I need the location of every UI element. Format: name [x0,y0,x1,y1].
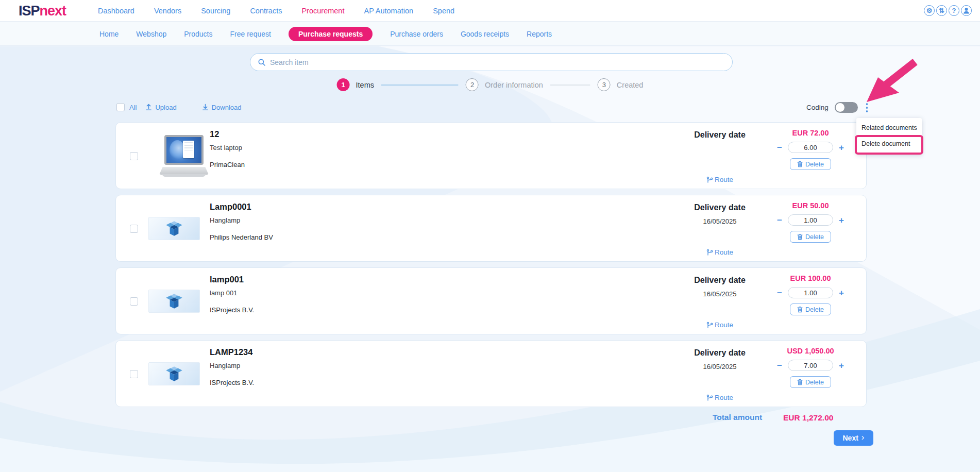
route-label: Route [715,321,733,329]
purchase-item-card: 12 Test laptop PrimaClean Delivery date … [115,122,867,189]
step-items[interactable]: 1 Items [337,78,374,91]
product-title: LAMP1234 [210,347,252,357]
subnav-home[interactable]: Home [99,30,119,38]
item-checkbox[interactable] [130,225,138,233]
product-supplier: Philips Nederland BV [210,233,273,241]
item-checkbox[interactable] [130,370,138,378]
product-supplier: PrimaClean [210,161,245,168]
stepper: 1 Items 2 Order information 3 Created [337,78,644,91]
stepper-connector-1 [381,85,459,86]
menu-item-related-documents[interactable]: Related documents [856,120,922,136]
nav-contracts[interactable]: Contracts [250,7,282,15]
item-price: USD 1,050.00 [764,347,857,355]
route-link[interactable]: Route [699,394,740,401]
step-created[interactable]: 3 Created [598,78,644,91]
step-order-information[interactable]: 2 Order information [466,78,543,91]
nav-dashboard[interactable]: Dashboard [98,7,134,15]
subnav-purchase-orders[interactable]: Purchase orders [390,30,443,38]
quantity-stepper: − + [764,142,857,153]
purchase-item-card: Lamp0001 Hanglamp Philips Nederland BV D… [115,195,867,262]
coding-controls: Coding [806,102,870,113]
total-amount-label: Total amount [699,413,776,422]
search-input[interactable] [270,58,725,66]
user-icon[interactable] [961,5,972,16]
nav-vendors[interactable]: Vendors [154,7,181,15]
subnav-purchase-requests[interactable]: Purchase requests [289,27,373,41]
item-price: EUR 50.00 [764,201,857,210]
product-description: Test laptop [210,144,242,151]
quantity-decrease-button[interactable]: − [777,143,782,152]
route-link[interactable]: Route [699,248,740,256]
quantity-input[interactable] [788,287,833,298]
delete-item-button[interactable]: Delete [790,231,831,243]
route-icon [706,176,713,183]
delivery-date-label: Delivery date [668,276,771,285]
nav-spend[interactable]: Spend [433,7,454,15]
delete-label: Delete [805,233,824,241]
route-icon [706,394,713,401]
total-amount-value: EUR 1,272.00 [783,413,833,423]
product-description: Hanglamp [210,216,240,224]
quantity-increase-button[interactable]: + [839,216,844,225]
route-link[interactable]: Route [699,321,740,329]
box-image [163,365,185,383]
nav-sourcing[interactable]: Sourcing [201,7,230,15]
quantity-decrease-button[interactable]: − [777,289,782,297]
quantity-input[interactable] [788,142,833,153]
quantity-decrease-button[interactable]: − [777,216,782,225]
product-image [148,362,200,385]
context-menu: Related documents Delete document [856,118,922,154]
item-price: EUR 100.00 [764,274,857,282]
delivery-date-label: Delivery date [668,203,771,212]
nav-procurement[interactable]: Procurement [301,7,344,15]
download-button[interactable]: Download [202,104,242,111]
purchase-item-card: lamp001 lamp 001 ISProjects B.V. Deliver… [115,267,867,334]
subnav-webshop[interactable]: Webshop [136,30,166,38]
quantity-increase-button[interactable]: + [839,361,844,370]
quantity-increase-button[interactable]: + [839,143,844,152]
quantity-increase-button[interactable]: + [839,289,844,297]
items-list: 12 Test laptop PrimaClean Delivery date … [115,122,867,413]
delete-item-button[interactable]: Delete [790,304,831,315]
select-all-checkbox[interactable] [116,103,125,111]
delivery-date-label: Delivery date [668,348,771,358]
select-all-label[interactable]: All [129,104,137,111]
delete-item-button[interactable]: Delete [790,376,831,388]
delivery-date-label: Delivery date [668,130,771,140]
route-link[interactable]: Route [699,176,740,183]
coding-toggle[interactable] [835,102,858,113]
settings-icon[interactable]: ⚙ [924,5,935,16]
search-icon [258,58,266,66]
help-icon[interactable]: ? [949,5,959,16]
quantity-stepper: − + [764,287,857,298]
subnav-products[interactable]: Products [184,30,212,38]
quantity-input[interactable] [788,360,833,371]
sync-icon[interactable]: ⇅ [936,5,947,16]
item-checkbox[interactable] [130,297,138,306]
quantity-decrease-button[interactable]: − [777,361,782,370]
step-3-circle: 3 [598,78,611,91]
kebab-menu-icon[interactable] [864,102,870,113]
quantity-input[interactable] [788,214,833,226]
item-checkbox[interactable] [130,152,138,160]
subnav-goods-receipts[interactable]: Goods receipts [461,30,509,38]
brand-logo-isp: ISP [19,3,40,19]
nav-ap-automation[interactable]: AP Automation [364,7,413,15]
delete-label: Delete [805,306,824,313]
delete-item-button[interactable]: Delete [790,158,831,170]
route-icon [706,322,713,329]
upload-button[interactable]: Upload [145,104,176,111]
trash-icon [797,379,803,385]
menu-item-delete-document[interactable]: Delete document [856,136,922,152]
step-1-circle: 1 [337,78,350,91]
step-2-label: Order information [485,81,543,89]
brand-logo[interactable]: ISPnext [19,3,66,19]
step-1-label: Items [356,81,374,89]
secondary-nav: Home Webshop Products Free request Purch… [99,22,552,46]
subnav-reports[interactable]: Reports [527,30,552,38]
next-button[interactable]: Next › [834,430,873,446]
subnav-free-request[interactable]: Free request [230,30,271,38]
delete-label: Delete [805,379,824,386]
purchase-item-card: LAMP1234 Hanglamp ISProjects B.V. Delive… [115,340,867,407]
delivery-date-value: 16/05/2025 [668,217,771,225]
